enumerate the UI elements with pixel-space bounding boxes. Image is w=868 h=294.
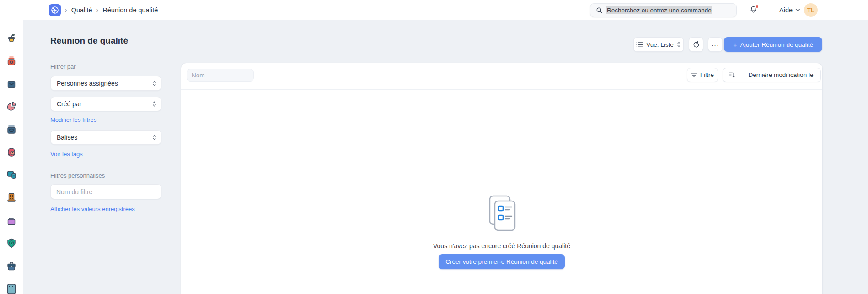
folder-icon[interactable]: [5, 214, 18, 227]
empty-state-cta-row: Créer votre premier·e Réunion de qualité: [181, 254, 823, 269]
sort-descending-icon: [729, 72, 735, 78]
help-menu-button[interactable]: Aide: [779, 0, 800, 20]
assigned-to-select[interactable]: Personnes assignées: [50, 76, 161, 91]
plus-icon: +: [733, 41, 737, 49]
user-avatar[interactable]: TL: [804, 3, 818, 17]
breadcrumb-item-reunion[interactable]: Réunion de qualité: [102, 6, 158, 14]
refresh-button[interactable]: [689, 37, 703, 52]
sort-button[interactable]: Dernière modification le: [723, 68, 821, 82]
view-tags-link[interactable]: Voir les tags: [50, 151, 83, 158]
building-icon[interactable]: [5, 191, 18, 204]
camera-icon[interactable]: [5, 54, 18, 67]
tags-label: Balises: [57, 134, 77, 141]
quality-shield-icon[interactable]: [5, 237, 18, 250]
top-navbar: › Qualité › Réunion de qualité Recherche…: [0, 0, 868, 20]
custom-filters-label: Filtres personnalisés: [50, 172, 105, 179]
edit-filters-link[interactable]: Modifier les filtres: [50, 116, 96, 123]
breadcrumb-separator: ›: [65, 6, 67, 14]
search-icon: [596, 7, 603, 14]
filter-icon: [691, 72, 697, 78]
filter-name-input[interactable]: [50, 184, 161, 199]
avatar-initials: TL: [807, 7, 814, 14]
chevron-updown-icon: [677, 41, 681, 48]
add-reunion-button[interactable]: + Ajouter Réunion de qualité: [724, 37, 822, 52]
briefcase-icon[interactable]: [5, 260, 18, 272]
app-logo[interactable]: [49, 4, 61, 16]
filter-section-label: Filtrer par: [50, 63, 76, 70]
sort-button-label: Dernière modification le: [741, 71, 820, 78]
help-label: Aide: [779, 6, 793, 14]
list-view-icon: [636, 42, 643, 48]
add-reunion-label: Ajouter Réunion de qualité: [740, 41, 813, 48]
breadcrumb-separator: ›: [96, 6, 99, 14]
calendar-icon[interactable]: [5, 283, 18, 294]
empty-state-message: Vous n'avez pas encore créé Réunion de q…: [181, 242, 823, 250]
sort-icon-cell: [723, 68, 741, 82]
filter-button-label: Filtre: [700, 71, 714, 78]
chevron-down-icon: [795, 8, 800, 12]
breadcrumb: › Qualité › Réunion de qualité: [49, 0, 158, 20]
refresh-icon: [693, 41, 700, 48]
box-icon[interactable]: [5, 123, 18, 136]
seedling-pot-icon[interactable]: [5, 31, 18, 44]
more-actions-button[interactable]: ···: [708, 37, 723, 52]
navbar-divider: [772, 5, 772, 16]
created-by-select[interactable]: Créé par: [50, 97, 161, 111]
assigned-to-label: Personnes assignées: [57, 80, 118, 87]
data-icon[interactable]: [5, 168, 18, 181]
ellipsis-icon: ···: [711, 41, 719, 49]
app-window: › Qualité › Réunion de qualité Recherche…: [0, 0, 868, 294]
name-filter-input[interactable]: [187, 69, 254, 82]
page-title: Réunion de qualité: [50, 36, 128, 46]
chevron-updown-icon: [152, 134, 156, 141]
global-search-input[interactable]: Recherchez ou entrez une commande: [590, 3, 737, 17]
card-header-divider: [181, 89, 822, 90]
empty-state-documents-icon: [487, 195, 517, 234]
view-selector-label: Vue: Liste: [646, 41, 674, 48]
tags-select[interactable]: Balises: [50, 130, 161, 145]
chevron-updown-icon: [152, 80, 156, 87]
created-by-label: Créé par: [57, 100, 81, 108]
filter-button[interactable]: Filtre: [687, 68, 718, 82]
chevron-updown-icon: [152, 101, 156, 107]
notification-dot: [756, 5, 758, 8]
breadcrumb-item-qualite[interactable]: Qualité: [71, 6, 92, 14]
view-selector-button[interactable]: Vue: Liste: [633, 37, 684, 52]
module-sidebar: [0, 20, 23, 294]
pie-chart-icon[interactable]: [5, 100, 18, 113]
support-icon[interactable]: [5, 146, 18, 158]
show-saved-values-link[interactable]: Afficher les valeurs enregistrées: [50, 206, 135, 212]
logo-swirl-icon: [50, 5, 59, 15]
shopping-bag-icon[interactable]: [5, 77, 18, 90]
create-first-reunion-label: Créer votre premier·e Réunion de qualité: [445, 258, 557, 265]
create-first-reunion-button[interactable]: Créer votre premier·e Réunion de qualité: [439, 254, 564, 269]
notifications-button[interactable]: [749, 5, 759, 15]
search-placeholder-text: Recherchez ou entrez une commande: [606, 6, 712, 14]
